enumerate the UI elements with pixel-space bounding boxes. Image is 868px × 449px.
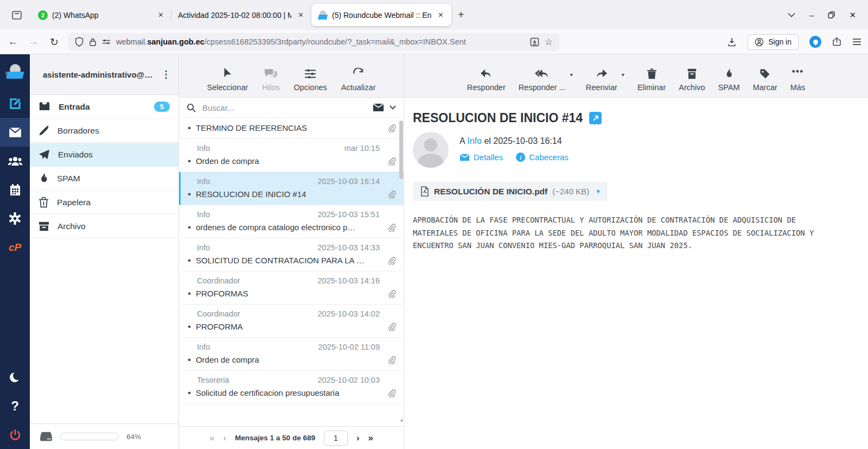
permissions-icon[interactable]: [102, 39, 111, 45]
first-page-icon[interactable]: «: [209, 433, 214, 444]
minimize-button[interactable]: –: [809, 10, 814, 20]
cpanel-icon[interactable]: cP: [0, 233, 30, 262]
message-row[interactable]: •TERMINO DE REFERENCIAS: [179, 118, 404, 139]
message-row-selected[interactable]: Info2025-10-03 16:14 •RESOLUCION DE INIC…: [179, 172, 404, 205]
help-icon[interactable]: ?: [0, 391, 30, 420]
search-scope-mail-icon[interactable]: [373, 103, 384, 112]
close-icon[interactable]: ✕: [156, 10, 166, 20]
search-input[interactable]: [201, 103, 367, 113]
tab-roundcube-active[interactable]: (5) Roundcube Webmail :: Envia ✕: [311, 4, 451, 26]
attachment-paperclip-icon: [388, 289, 396, 298]
folder-borradores[interactable]: Borradores: [30, 119, 178, 143]
attachment-menu-caret-icon[interactable]: ▾: [596, 187, 600, 195]
close-icon[interactable]: ✕: [436, 10, 446, 20]
forward-icon[interactable]: →: [27, 36, 40, 48]
dark-mode-moon-icon[interactable]: [0, 363, 30, 391]
unread-dot: •: [188, 288, 191, 299]
folder-papelera[interactable]: Papelera: [30, 191, 178, 214]
rail-item-mail[interactable]: [0, 118, 30, 147]
firefox-view-icon[interactable]: [8, 6, 26, 24]
shield-icon[interactable]: [75, 37, 84, 47]
address-field[interactable]: webmail.sanjuan.gob.ec/cpsess6168253395/…: [68, 33, 559, 51]
downloads-icon[interactable]: [727, 37, 737, 47]
whatsapp-icon: 2: [38, 10, 48, 20]
inbox-icon: [39, 102, 50, 112]
reply-button[interactable]: Responder: [467, 68, 506, 92]
browser-window: 2 (2) WhatsApp ✕ Actividad 2025-10-02 08…: [0, 0, 868, 449]
prev-page-icon[interactable]: ‹: [223, 433, 226, 444]
lock-icon[interactable]: [89, 37, 97, 47]
extension-icon[interactable]: [809, 36, 821, 48]
menu-hamburger-icon[interactable]: [852, 38, 861, 46]
message-body: APROBACIÓN DE LA FASE PRECONTRACTUAL Y A…: [413, 214, 837, 252]
search-row: [179, 98, 404, 118]
kebab-menu-icon[interactable]: ⋮: [158, 68, 174, 80]
message-row[interactable]: Info2025-10-02 11:09 •Orden de compra: [179, 338, 404, 371]
message-content: RESOLUCION DE INICIO #14 A Info el 2025-…: [404, 98, 868, 449]
save-page-icon[interactable]: [530, 37, 539, 47]
message-row[interactable]: Tesoreria2025-10-02 10:03 •Solicitud de …: [179, 371, 404, 404]
logout-power-icon[interactable]: [0, 420, 30, 449]
share-icon[interactable]: [832, 37, 841, 47]
signin-button[interactable]: Sign in: [748, 34, 799, 50]
headers-link[interactable]: i Cabeceras: [516, 153, 569, 162]
threads-button[interactable]: Hilos: [262, 68, 279, 92]
rail-item-contacts[interactable]: [0, 147, 30, 175]
rail-item-settings[interactable]: [0, 204, 30, 233]
list-toolbar: Seleccionar Hilos Opciones Actualizar: [179, 54, 404, 98]
compose-button[interactable]: [0, 89, 30, 118]
unread-dot: •: [188, 388, 191, 399]
reload-icon[interactable]: ↻: [48, 36, 61, 48]
message-toolbar: Responder Responder ... ▾ Reenviar ▾ Eli…: [404, 54, 868, 98]
rail-item-calendar[interactable]: [0, 175, 30, 204]
restore-button[interactable]: [828, 11, 835, 18]
reply-all-caret-icon[interactable]: ▾: [570, 72, 573, 78]
select-button[interactable]: Seleccionar: [207, 67, 248, 92]
reply-all-button[interactable]: Responder ...: [519, 68, 566, 92]
tab-list-chevron-icon[interactable]: [788, 12, 795, 17]
options-button[interactable]: Opciones: [294, 68, 327, 92]
recipient-link[interactable]: Info: [467, 136, 482, 146]
message-row[interactable]: Info2025-10-03 15:51 •ordenes de compra …: [179, 205, 404, 238]
back-icon[interactable]: ←: [7, 36, 20, 48]
open-in-new-window-icon[interactable]: [589, 112, 602, 124]
pagination-label: Mensajes 1 a 50 de 689: [235, 434, 315, 442]
archive-button[interactable]: Archivo: [679, 68, 705, 92]
folder-archivo[interactable]: Archivo: [30, 214, 178, 238]
mark-button[interactable]: Marcar: [753, 68, 777, 92]
message-row[interactable]: Coordinador2025-10-03 14:02 •PROFORMA: [179, 305, 404, 338]
unread-dot: •: [188, 156, 191, 167]
new-tab-button[interactable]: +: [451, 9, 471, 21]
search-options-chevron-icon[interactable]: [390, 105, 396, 110]
bookmark-star-icon[interactable]: ☆: [545, 36, 553, 48]
folder-entrada[interactable]: Entrada 5: [30, 95, 178, 119]
details-link[interactable]: Detalles: [459, 153, 503, 162]
spam-button[interactable]: SPAM: [718, 68, 740, 92]
scrollbar-down-arrow[interactable]: ▾: [400, 418, 403, 423]
tab-actividad[interactable]: Actividad 2025-10-02 08:00:00 | Mo ✕: [171, 4, 311, 26]
roundcube-logo[interactable]: [0, 54, 30, 89]
folder-enviados[interactable]: Enviados: [30, 143, 178, 167]
list-scrollbar[interactable]: [399, 121, 403, 179]
attachment-chip[interactable]: RESOLUCIÓN DE INICIO.pdf (~240 KB) ▾: [413, 182, 608, 201]
refresh-button[interactable]: Actualizar: [341, 68, 376, 92]
message-list-column: Seleccionar Hilos Opciones Actualizar: [179, 54, 404, 449]
next-page-icon[interactable]: ›: [356, 433, 360, 444]
tab-whatsapp[interactable]: 2 (2) WhatsApp ✕: [31, 4, 171, 26]
close-window-button[interactable]: ✕: [849, 10, 856, 20]
forward-button[interactable]: Reenviar: [586, 68, 617, 92]
forward-caret-icon[interactable]: ▾: [622, 72, 624, 78]
unread-dot: •: [188, 123, 191, 134]
more-button[interactable]: Más: [790, 68, 805, 92]
flame-icon: [39, 173, 49, 184]
folder-spam[interactable]: SPAM: [30, 167, 178, 191]
message-row[interactable]: Infomar 10:15 •Orden de compra: [179, 139, 404, 172]
attachment-paperclip-icon: [388, 322, 396, 331]
message-row[interactable]: Coordinador2025-10-03 14:16 •PROFORMAS: [179, 271, 404, 305]
close-icon[interactable]: ✕: [296, 10, 306, 20]
send-icon: [39, 149, 50, 160]
page-number-input[interactable]: [324, 431, 348, 446]
delete-button[interactable]: Eliminar: [637, 68, 666, 92]
last-page-icon[interactable]: »: [368, 433, 373, 444]
message-row[interactable]: Info2025-10-03 14:33 •SOLICITUD DE CONTR…: [179, 238, 404, 271]
